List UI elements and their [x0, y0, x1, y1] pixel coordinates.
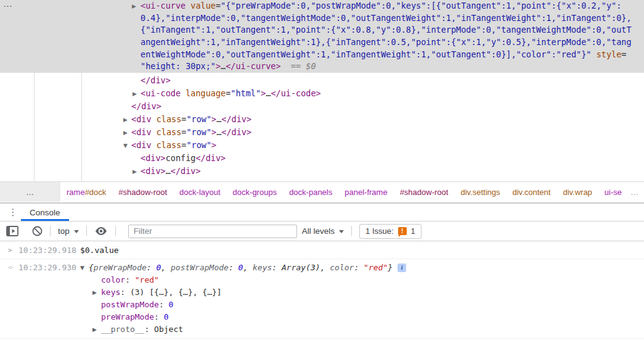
- devtools-window: … ▶<ui-curve value="{"preWrapMode":0,"po…: [0, 0, 644, 340]
- eye-icon[interactable]: [94, 226, 108, 236]
- syntax-segment: class: [157, 140, 182, 150]
- object-property-row[interactable]: ▶ __proto__: Object: [0, 323, 644, 336]
- syntax-segment: >: [211, 127, 216, 137]
- disclosure-arrow-icon[interactable]: ▶: [132, 88, 141, 100]
- syntax-segment: …: [221, 61, 226, 71]
- syntax-segment: </div>: [141, 75, 171, 85]
- syntax-segment: ui-se: [605, 188, 622, 197]
- info-icon[interactable]: i: [397, 263, 406, 272]
- disclosure-arrow-icon[interactable]: ▶: [123, 126, 131, 139]
- syntax-segment: [152, 127, 157, 137]
- disclosure-arrow-icon[interactable]: ▼: [123, 139, 131, 152]
- console-sidebar-icon[interactable]: [6, 226, 18, 236]
- dom-tree-node[interactable]: </div>: [0, 74, 644, 87]
- object-property-row[interactable]: preWrapMode: 0: [0, 311, 644, 323]
- breadcrumb-item[interactable]: #shadow-root: [394, 188, 455, 197]
- syntax-segment: "row": [186, 140, 211, 150]
- syntax-segment: :: [159, 300, 169, 309]
- tab-console[interactable]: Console: [21, 204, 69, 221]
- syntax-segment: [152, 114, 157, 124]
- node-overflow-menu-icon[interactable]: …: [3, 0, 13, 9]
- dom-tree-node[interactable]: </div>: [0, 100, 644, 113]
- selected-dom-node[interactable]: ▶<ui-curve value="{"preWrapMode":0,"post…: [0, 0, 644, 73]
- disclosure-arrow-icon[interactable]: ▶: [92, 286, 101, 299]
- syntax-segment: <ui-code: [141, 88, 181, 98]
- syntax-segment: >: [211, 114, 216, 124]
- dom-node-line[interactable]: "height: 30px;">…</ui-curve> == $0: [0, 60, 644, 73]
- breadcrumb-item[interactable]: dock-layout: [173, 188, 226, 197]
- breadcrumb-item[interactable]: div.settings: [454, 188, 506, 197]
- dom-tree-node[interactable]: ▶<ui-code language="html">…</ui-code>: [0, 87, 644, 100]
- dropdown-arrow-icon: [339, 230, 344, 233]
- disclosure-arrow-icon[interactable]: ▶: [132, 1, 141, 12]
- log-level-selector[interactable]: All levels: [302, 226, 344, 236]
- syntax-segment: angentWeight":1,"inTangentWeight":1},{"i…: [141, 37, 632, 47]
- breadcrumb-overflow-button[interactable]: …: [0, 182, 60, 202]
- dom-tree-node[interactable]: ▶<div>…</div>: [0, 165, 644, 178]
- elements-panel: … ▶<ui-curve value="{"preWrapMode":0,"po…: [0, 0, 644, 182]
- syntax-segment: #shadow-root: [118, 188, 167, 197]
- syntax-segment: entWeightMode":0,"outTangentWeight":1,"i…: [141, 49, 592, 59]
- issues-button[interactable]: 1 Issue: ! 1: [359, 224, 422, 239]
- breadcrumb-item[interactable]: dock-panels: [283, 188, 338, 197]
- syntax-segment: >: [216, 61, 221, 71]
- breadcrumb-item[interactable]: div.content: [506, 188, 556, 197]
- dom-node-line[interactable]: {"inTangent":1,"outTangent":1,"point":{"…: [0, 24, 644, 36]
- object-property-row[interactable]: postWrapMode: 0: [0, 299, 644, 311]
- dom-tree-node[interactable]: ▶<div class="row">…</div>: [0, 113, 644, 126]
- syntax-segment: :: [144, 325, 154, 334]
- syntax-segment: color: [330, 263, 354, 272]
- dom-tree-node[interactable]: ▶<div class="row">…</div>: [0, 126, 644, 139]
- dom-node-line[interactable]: entWeightMode":0,"outTangentWeight":1,"i…: [0, 49, 644, 61]
- syntax-segment: …: [166, 166, 171, 176]
- syntax-segment: "red": [135, 275, 159, 284]
- syntax-segment: Object: [154, 325, 183, 334]
- breadcrumb-item[interactable]: div.wrap: [556, 188, 598, 197]
- syntax-segment: <div>: [141, 153, 166, 163]
- syntax-segment: "{"preWrapMode":0,"postWrapMode":0,"keys…: [221, 1, 621, 10]
- dom-node-line[interactable]: ▶<ui-curve value="{"preWrapMode":0,"post…: [0, 0, 644, 12]
- console-messages: > 10:23:29.918 $0.value <· 10:23:29.930 …: [0, 241, 644, 339]
- syntax-segment: =: [216, 1, 221, 10]
- clear-console-icon[interactable]: [32, 226, 43, 236]
- property-text: postWrapMode: 0: [101, 299, 173, 311]
- syntax-segment: keys: [101, 288, 120, 297]
- syntax-segment: :: [272, 263, 282, 272]
- dom-node-line[interactable]: angentWeight":1,"inTangentWeight":1},{"i…: [0, 36, 644, 49]
- syntax-segment: #shadow-root: [400, 188, 449, 197]
- disclosure-arrow-icon[interactable]: ▶: [132, 165, 141, 178]
- syntax-segment: #dock: [85, 188, 107, 197]
- toolbar-divider: [351, 226, 352, 236]
- breadcrumb-item[interactable]: dock-groups: [227, 188, 283, 197]
- breadcrumb-item[interactable]: #shadow-root: [112, 188, 173, 197]
- kebab-menu-icon[interactable]: ⋮: [5, 204, 21, 221]
- syntax-segment: keys: [253, 263, 272, 272]
- breadcrumb-item[interactable]: rame#dock: [60, 188, 112, 197]
- console-input-echo-row[interactable]: > 10:23:29.918 $0.value: [0, 241, 644, 259]
- disclosure-arrow-icon[interactable]: ▶: [123, 114, 131, 126]
- dom-tree-node[interactable]: <div>config</div>: [0, 152, 644, 165]
- execution-context-selector[interactable]: top: [58, 226, 79, 236]
- syntax-segment: </ui-curve>: [226, 61, 280, 71]
- syntax-segment: div.content: [512, 188, 550, 197]
- object-property-row[interactable]: ▶ keys: (3) [{…}, {…}, {…}]: [0, 286, 644, 299]
- timestamp: 10:23:29.930: [18, 262, 76, 274]
- console-input-chevron-icon: >: [0, 246, 18, 254]
- breadcrumb-item[interactable]: ui-se: [598, 188, 628, 197]
- disclosure-arrow-icon[interactable]: ▶: [92, 323, 101, 336]
- dom-tree-node[interactable]: ▼<div class="row">: [0, 139, 644, 152]
- syntax-segment: preWrapMode: [101, 312, 154, 321]
- syntax-segment: ,: [243, 263, 253, 272]
- syntax-segment: >: [211, 140, 216, 150]
- object-preview-row[interactable]: <· 10:23:29.930 ▼ {preWrapMode: 0, postW…: [0, 262, 644, 274]
- syntax-segment: [152, 140, 157, 150]
- object-property-row[interactable]: color: "red": [0, 274, 644, 286]
- dom-node-line[interactable]: 0.4},"interpMode":0,"tangentWeightMode":…: [0, 12, 644, 25]
- collapse-arrow-icon[interactable]: ▼: [80, 262, 89, 274]
- console-filter-input[interactable]: [128, 225, 297, 238]
- timestamp: 10:23:29.918: [18, 246, 76, 255]
- syntax-segment: panel-frame: [344, 188, 387, 197]
- dom-tree: </div> ▶<ui-code language="html">…</ui-c…: [0, 73, 644, 178]
- breadcrumb-item[interactable]: panel-frame: [338, 188, 393, 197]
- syntax-segment: dock-layout: [179, 188, 220, 197]
